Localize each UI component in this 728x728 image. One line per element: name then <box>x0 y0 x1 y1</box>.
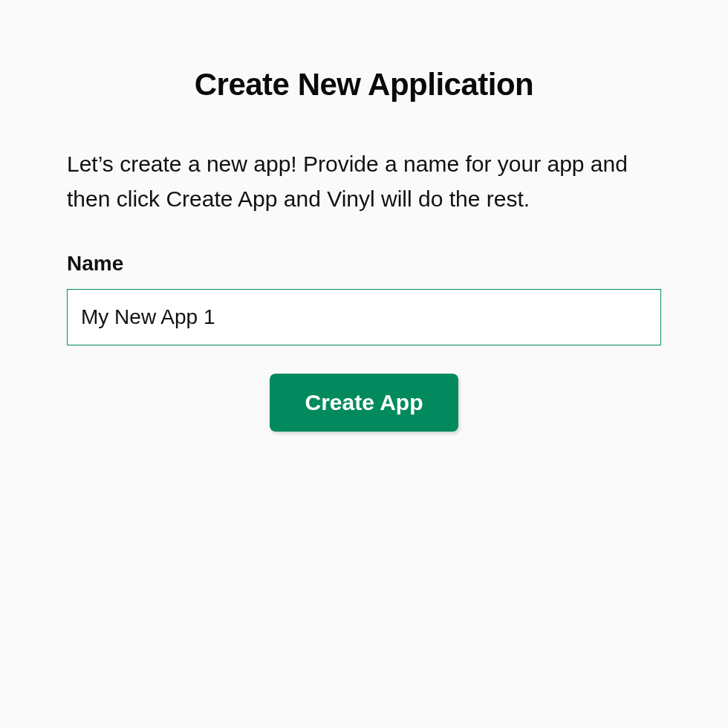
create-app-dialog: Create New Application Let’s create a ne… <box>0 0 728 432</box>
name-label: Name <box>67 252 661 276</box>
dialog-description: Let’s create a new app! Provide a name f… <box>67 147 661 216</box>
button-row: Create App <box>67 374 661 432</box>
name-input[interactable] <box>67 289 661 345</box>
dialog-title: Create New Application <box>67 67 661 103</box>
create-app-button[interactable]: Create App <box>270 374 459 432</box>
